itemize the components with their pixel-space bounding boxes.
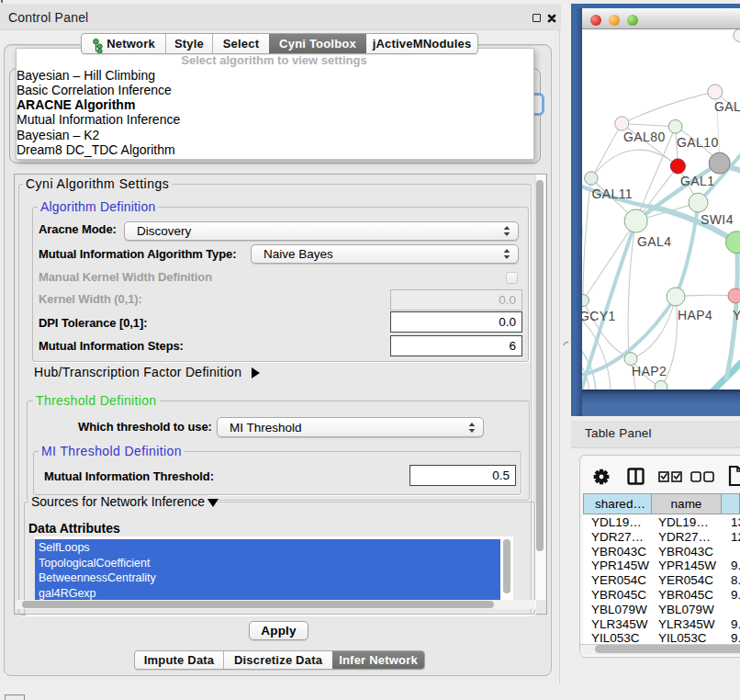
svg-text:GAL7: GAL7 [714, 99, 740, 114]
svg-text:GAL10: GAL10 [677, 135, 719, 150]
svg-text:YM: YM [733, 308, 740, 322]
svg-text:GAL80: GAL80 [623, 130, 666, 144]
svg-text:GAL4: GAL4 [637, 234, 671, 249]
svg-text:GCY1: GCY1 [580, 309, 616, 323]
svg-text:HAP2: HAP2 [632, 364, 667, 378]
svg-text:GAL1: GAL1 [680, 174, 714, 188]
svg-text:SWI4: SWI4 [701, 212, 734, 227]
svg-text:HAP4: HAP4 [678, 308, 712, 322]
svg-text:GAL11: GAL11 [592, 186, 633, 201]
